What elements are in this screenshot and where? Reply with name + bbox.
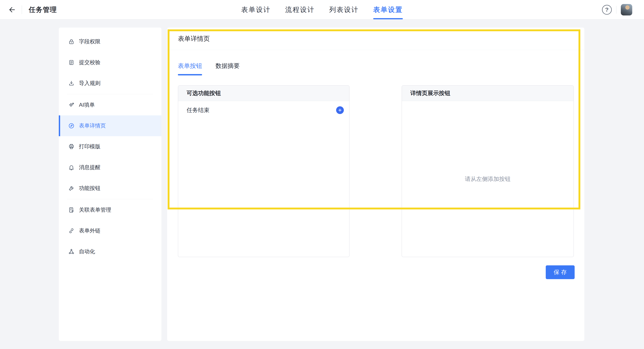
sidebar-item-label: 自动化 [79, 248, 95, 255]
tab-list-design[interactable]: 列表设计 [329, 0, 359, 19]
topbar-tabs: 表单设计 流程设计 列表设计 表单设置 [241, 0, 403, 19]
page-title: 表单详情页 [167, 28, 584, 50]
add-button[interactable] [336, 106, 344, 114]
sidebar-item-print-template[interactable]: 打印模版 [59, 136, 162, 157]
detail-page-icon [68, 122, 74, 129]
save-button[interactable]: 保存 [546, 265, 575, 279]
sidebar-item-message-reminder[interactable]: 消息提醒 [59, 157, 162, 178]
sidebar-item-label: 打印模版 [79, 143, 100, 150]
active-indicator [59, 116, 60, 136]
sidebar-item-label: 字段权限 [79, 38, 100, 45]
tab-label: 数据摘要 [216, 62, 240, 69]
plus-icon [338, 108, 342, 112]
sidebar-divider [67, 94, 153, 94]
app-title: 任务管理 [29, 5, 57, 14]
tab-label: 表单设置 [373, 5, 403, 14]
automation-icon [68, 248, 74, 255]
linked-form-icon [68, 207, 74, 213]
tab-label: 表单设计 [241, 5, 271, 14]
checklist-icon [68, 59, 74, 66]
ai-sparkle-icon [68, 102, 74, 108]
tab-label: 表单按钮 [178, 62, 202, 69]
sidebar-item-field-permission[interactable]: 字段权限 [59, 31, 162, 52]
settings-sidebar: 字段权限 提交校验 导入规则 AI填单 表单详情页 打印模版 消息提醒 [59, 28, 162, 341]
tab-data-summary[interactable]: 数据摘要 [216, 60, 240, 76]
bell-icon [68, 164, 74, 171]
tab-form-settings[interactable]: 表单设置 [373, 0, 403, 19]
sidebar-item-label: 导入规则 [79, 80, 100, 87]
sidebar-item-label: AI填单 [79, 101, 95, 109]
available-buttons-panel-title: 可选功能按钮 [178, 86, 349, 101]
arrow-left-icon [8, 6, 16, 14]
button-list-item-task-end: 任务结束 [178, 101, 349, 119]
tab-label: 流程设计 [285, 5, 315, 14]
sidebar-item-linked-form-management[interactable]: 关联表单管理 [59, 200, 162, 220]
sidebar-item-import-rules[interactable]: 导入规则 [59, 73, 162, 94]
avatar[interactable] [621, 4, 632, 16]
help-icon[interactable]: ? [602, 5, 612, 14]
back-button[interactable] [8, 5, 17, 14]
tab-process-design[interactable]: 流程设计 [285, 0, 315, 19]
sidebar-item-form-detail-page[interactable]: 表单详情页 [59, 116, 162, 136]
displayed-buttons-panel-title: 详情页展示按钮 [402, 86, 574, 101]
content-tabs: 表单按钮 数据摘要 [167, 60, 584, 76]
sidebar-item-label: 表单外链 [79, 227, 100, 234]
sidebar-item-function-buttons[interactable]: 功能按钮 [59, 178, 162, 199]
tab-form-buttons[interactable]: 表单按钮 [178, 60, 202, 76]
topbar-right-divider [616, 6, 616, 14]
lock-icon [68, 38, 74, 45]
tab-form-design[interactable]: 表单设计 [241, 0, 271, 19]
wrench-icon [68, 185, 74, 192]
empty-placeholder: 请从左侧添加按钮 [402, 101, 574, 257]
topbar-divider [22, 5, 22, 14]
button-item-label: 任务结束 [186, 106, 210, 114]
sidebar-item-form-external-link[interactable]: 表单外链 [59, 220, 162, 241]
sidebar-item-ai-fill[interactable]: AI填单 [59, 94, 162, 116]
sidebar-item-label: 表单详情页 [79, 122, 106, 130]
topbar: 任务管理 表单设计 流程设计 列表设计 表单设置 ? [0, 0, 644, 19]
topbar-left: 任务管理 [8, 0, 57, 19]
sidebar-item-label: 消息提醒 [79, 164, 100, 171]
main-content-card: 表单详情页 表单按钮 数据摘要 可选功能按钮 任务结束 详情页展 [167, 28, 584, 341]
tab-active-underline [373, 18, 403, 19]
sidebar-item-automation[interactable]: 自动化 [59, 241, 162, 262]
sidebar-item-label: 功能按钮 [79, 184, 100, 192]
link-icon [68, 228, 74, 234]
help-glyph: ? [605, 6, 609, 13]
form-settings-page: 任务管理 表单设计 流程设计 列表设计 表单设置 ? [0, 0, 644, 349]
sidebar-item-label: 提交校验 [79, 59, 100, 66]
printer-icon [68, 144, 74, 150]
tab-label: 列表设计 [329, 5, 359, 14]
tab-active-underline [178, 74, 202, 76]
sidebar-item-submit-validation[interactable]: 提交校验 [59, 52, 162, 73]
available-buttons-panel: 可选功能按钮 任务结束 [178, 85, 350, 257]
displayed-buttons-panel: 详情页展示按钮 请从左侧添加按钮 [402, 85, 574, 257]
sidebar-item-label: 关联表单管理 [79, 206, 111, 214]
topbar-right: ? [602, 0, 632, 19]
sidebar-divider [67, 199, 153, 199]
import-icon [68, 80, 74, 86]
